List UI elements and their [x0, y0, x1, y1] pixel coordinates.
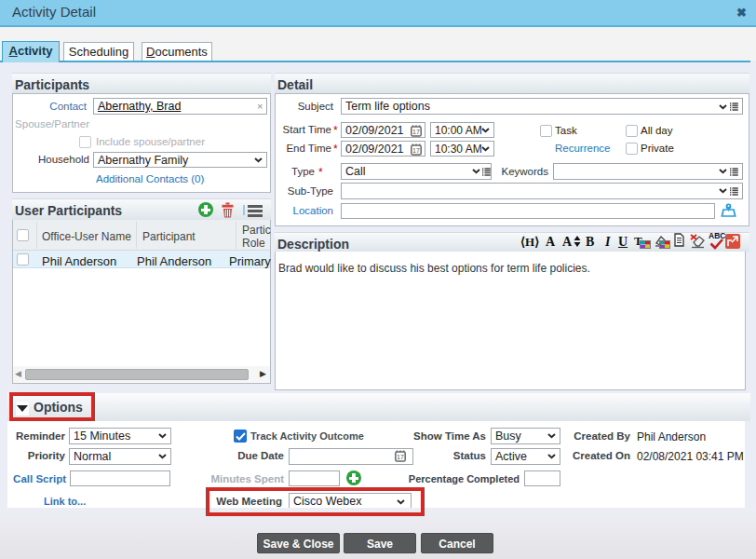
svg-text:17: 17: [412, 129, 420, 135]
svg-text:17: 17: [412, 147, 420, 154]
